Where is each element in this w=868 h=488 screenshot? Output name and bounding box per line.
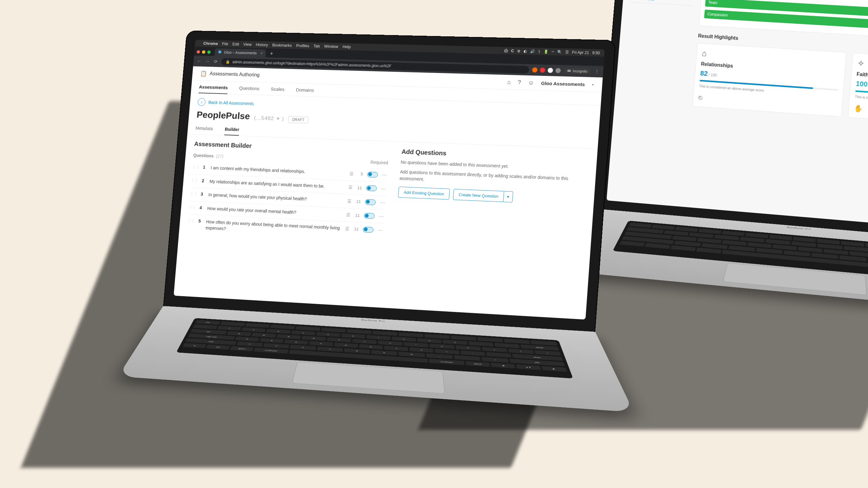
add-questions-panel: Add Questions No questions have been add… (395, 148, 589, 254)
required-toggle[interactable] (364, 213, 375, 219)
incognito-badge: 🕶 Incognito (564, 68, 591, 74)
nav-domains[interactable]: Domains (296, 84, 314, 96)
gesture-icon: ✋ (854, 104, 868, 123)
more-menu-icon[interactable]: ⋯ (381, 186, 386, 192)
scale-type-icon[interactable]: ☰ (345, 226, 349, 231)
status-badge: DRAFT (288, 116, 308, 123)
assessment-id: (…5482 ⚭ ) (254, 115, 284, 122)
drag-handle-icon[interactable]: ⋮⋮ (189, 205, 196, 209)
more-menu-icon[interactable]: ⋯ (380, 199, 385, 205)
drag-handle-icon[interactable]: ⋮⋮ (192, 165, 199, 169)
new-tab-button[interactable]: + (267, 50, 276, 57)
drag-handle-icon[interactable]: ⋮⋮ (188, 219, 195, 223)
question-text: My relationships are as satisfying as I … (209, 178, 345, 190)
scale-type-icon[interactable]: ☰ (349, 171, 354, 176)
menu-tab[interactable]: Tab (313, 44, 320, 48)
scale-points: 5 (358, 172, 363, 176)
help-icon[interactable]: ? (518, 79, 521, 86)
scale-points: 11 (354, 213, 360, 218)
scale-type-icon[interactable]: ☰ (346, 213, 350, 218)
menu-profiles[interactable]: Profiles (296, 43, 309, 48)
scale-type-icon[interactable]: ☰ (347, 198, 352, 203)
status-icon[interactable]: ⏻ (504, 48, 508, 53)
close-tab-icon[interactable]: × (260, 51, 263, 56)
builder-heading: Assessment Builder (194, 140, 390, 155)
battery-icon[interactable]: 🔋 (544, 49, 549, 54)
extension-icon[interactable] (540, 68, 546, 73)
dashboard-sidebar: Download CSV Print Results (622, 0, 695, 106)
status-icon[interactable]: ⊕ (517, 49, 520, 53)
create-new-question-dropdown[interactable]: ▾ (504, 191, 514, 202)
question-number: 5 (198, 219, 203, 224)
window-controls[interactable] (196, 50, 211, 54)
kebab-menu-icon[interactable]: ⋮ (594, 69, 600, 74)
menubar-app-name[interactable]: Chrome (203, 41, 218, 46)
scale-type-icon[interactable]: ☰ (348, 185, 353, 190)
scale-points: 11 (357, 185, 362, 190)
required-toggle[interactable] (365, 199, 376, 205)
more-menu-icon[interactable]: ⋯ (378, 227, 383, 233)
question-number: 3 (200, 192, 205, 197)
question-number: 4 (199, 205, 204, 210)
print-results-link[interactable]: Print Results (630, 0, 694, 6)
menu-window[interactable]: Window (324, 44, 338, 49)
browser-tab[interactable]: Gloo – Assessments × (214, 48, 266, 58)
search-icon[interactable]: 🔍 (557, 50, 562, 54)
favicon-icon (218, 51, 221, 54)
bluetooth-icon[interactable]: ᛒ (538, 49, 540, 54)
nav-questions[interactable]: Questions (239, 82, 260, 95)
incognito-icon: 🕶 (567, 69, 571, 73)
drag-handle-icon[interactable]: ⋮⋮ (191, 178, 199, 183)
more-menu-icon[interactable]: ⋯ (379, 213, 384, 219)
nav-scales[interactable]: Scales (271, 83, 285, 96)
control-center-icon[interactable]: ☰ (565, 50, 569, 54)
status-icon[interactable]: ◐ (523, 49, 527, 54)
questions-count: (27) (216, 154, 224, 159)
required-toggle[interactable] (366, 185, 377, 191)
assessments-app: 📋 Assessments Authoring ⌂ ? ☺ Gloo Asses… (174, 66, 603, 320)
menu-history[interactable]: History (256, 42, 268, 47)
questions-label: Questions (193, 153, 214, 158)
menu-edit[interactable]: Edit (232, 42, 239, 46)
more-menu-icon[interactable]: ⋯ (382, 172, 388, 178)
status-icon[interactable]: C (511, 49, 514, 53)
profile-icon[interactable]: ☺ (528, 79, 534, 86)
nav-assessments[interactable]: Assessments (199, 80, 228, 94)
highlight-card-faith[interactable]: ✧ Faith 100 / 100 This is considered a b… (848, 53, 868, 129)
clipboard-icon: 📋 (200, 70, 207, 77)
required-label: Required (370, 160, 389, 165)
chevron-down-icon[interactable]: ▾ (592, 83, 594, 86)
question-text: How often do you worry about being able … (205, 219, 342, 238)
menubar-time[interactable]: 9:50 (592, 51, 600, 55)
subtab-metadata[interactable]: Metadata (195, 123, 214, 135)
question-number: 2 (202, 178, 206, 183)
menu-view[interactable]: View (243, 42, 252, 47)
menu-file[interactable]: File (222, 41, 228, 46)
laptop-assessments: Chrome File Edit View History Bookmarks … (153, 30, 616, 455)
volume-icon[interactable]: 🔊 (530, 49, 535, 54)
extension-icon[interactable] (548, 68, 553, 73)
builder-column: Assessment Builder Questions (27) Requir… (187, 140, 390, 243)
required-toggle[interactable] (363, 227, 374, 233)
extension-icon[interactable] (532, 67, 537, 72)
assessment-name: PeoplePulse (196, 109, 251, 121)
subtab-builder[interactable]: Builder (224, 124, 240, 136)
highlight-card-relationships[interactable]: ⌂ Relationships 82 / 100 This is conside… (692, 43, 846, 117)
required-toggle[interactable] (367, 172, 378, 177)
nav-reload-icon[interactable]: ⟳ (213, 59, 219, 64)
wifi-icon[interactable]: ⌔ (551, 50, 554, 54)
add-existing-question-button[interactable]: Add Existing Question (398, 187, 450, 199)
scale-points: 11 (353, 227, 359, 231)
extension-icons[interactable] (532, 67, 561, 73)
extension-icon[interactable] (555, 68, 561, 73)
menu-help[interactable]: Help (342, 44, 351, 49)
create-new-question-button[interactable]: Create New Question (453, 189, 504, 202)
tab-title: Gloo – Assessments (224, 50, 257, 55)
home-icon[interactable]: ⌂ (507, 79, 511, 85)
menubar-date[interactable]: Fri Apr 21 (572, 50, 589, 55)
menu-bookmarks[interactable]: Bookmarks (272, 43, 292, 48)
nav-back-icon[interactable]: ← (196, 59, 202, 64)
drag-handle-icon[interactable]: ⋮⋮ (190, 192, 197, 196)
nav-forward-icon[interactable]: → (205, 59, 210, 64)
scale-points: 11 (355, 199, 361, 204)
